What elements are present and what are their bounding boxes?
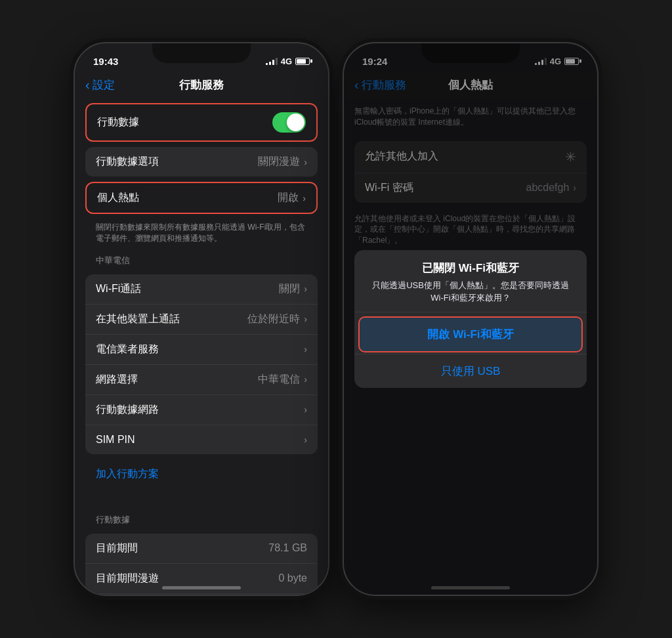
nav-bar-1: ‹ 設定 行動服務 [75,72,328,98]
mobile-data-section: 行動數據 [85,103,318,142]
mobile-data-desc: 關閉行動數據來限制所有數據服務只能透過 Wi-Fi取用，包含電子郵件、瀏覽網頁和… [75,219,328,249]
phone-2-screen: 19:24 4G ‹ 行動服務 個人熱點 [344,43,597,595]
network-selection-item[interactable]: 網路選擇 中華電信 › [85,365,318,395]
carrier-services-item[interactable]: 電信業者服務 › [85,335,318,365]
mobile-data-options-section: 行動數據選項 關閉漫遊 › [85,147,318,177]
toggle-knob [287,114,304,131]
facebook-item[interactable]: Facebook [85,594,318,595]
hotspot-chevron-icon: › [303,193,306,203]
time-1: 19:43 [93,56,118,67]
wifi-calling-chevron: › [304,284,307,294]
mobile-data-options-label: 行動數據選項 [96,155,159,169]
calls-other-chevron: › [304,314,307,324]
settings-content-1: 行動數據 行動數據選項 關閉漫遊 › [75,98,328,595]
add-plan-button[interactable]: 加入行動方案 [75,459,328,489]
use-usb-only-button[interactable]: 只使用 USB [354,354,587,388]
data-usage-section: 目前期間 78.1 GB 目前期間漫遊 0 byte Facebook [85,534,318,595]
back-chevron-1: ‹ [85,77,90,93]
dialog-overlay: 已關閉 Wi-Fi和藍牙 只能透過USB使用「個人熱點」。您是否要同時透過 Wi… [344,43,597,595]
hotspot-label: 個人熱點 [97,191,139,205]
carrier-services-chevron: › [304,344,307,354]
action-sheet: 已關閉 Wi-Fi和藍牙 只能透過USB使用「個人熱點」。您是否要同時透過 Wi… [354,250,587,387]
sim-pin-item[interactable]: SIM PIN › [85,425,318,454]
mobile-data-label: 行動數據 [97,116,139,129]
phone-2: 19:24 4G ‹ 行動服務 個人熱點 [343,42,598,596]
calls-on-other-devices-item[interactable]: 在其他裝置上通話 位於附近時 › [85,305,318,335]
dialog-message: 只能透過USB使用「個人熱點」。您是否要同時透過 Wi-Fi和藍牙來啟用？ [365,280,576,303]
carrier-label: 中華電信 [75,249,328,269]
open-wifi-bluetooth-button[interactable]: 開啟 Wi-Fi和藍牙 [360,318,581,351]
network-1: 4G [281,56,292,66]
phone-1-screen: 19:43 4G ‹ 設定 行動服務 [75,43,328,595]
phone-1: 19:43 4G ‹ 設定 行動服務 [74,42,329,596]
mobile-data-item[interactable]: 行動數據 [87,104,316,140]
data-section-label: 行動數據 [75,509,328,528]
mobile-data-network-chevron: › [304,404,307,415]
hotspot-section: 個人熱點 開啟 › [85,182,318,214]
current-period-item: 目前期間 78.1 GB [85,534,318,564]
dialog-title: 已關閉 Wi-Fi和藍牙 [365,261,576,276]
action-sheet-header: 已關閉 Wi-Fi和藍牙 只能透過USB使用「個人熱點」。您是否要同時透過 Wi… [354,250,587,312]
hotspot-value: 開啟 › [278,191,306,205]
signal-icon-1 [266,57,278,65]
wifi-calling-item[interactable]: Wi-Fi通話 關閉 › [85,274,318,305]
mobile-data-network-item[interactable]: 行動數據網路 › [85,395,318,425]
back-label-1: 設定 [93,77,115,93]
sim-pin-chevron: › [304,435,307,445]
mobile-data-options-item[interactable]: 行動數據選項 關閉漫遊 › [85,147,318,177]
status-right-1: 4G [266,56,310,66]
page-title-1: 行動服務 [179,77,224,93]
mobile-data-toggle[interactable] [272,112,306,133]
home-indicator-1 [162,586,241,589]
back-button-1[interactable]: ‹ 設定 [85,77,115,93]
battery-icon-1 [295,58,310,65]
network-selection-chevron: › [304,374,307,385]
mobile-data-options-value: 關閉漫遊 › [258,155,307,169]
carrier-options-section: Wi-Fi通話 關閉 › 在其他裝置上通話 位於附近時 › 電信業者服務 [85,274,318,454]
notch-1 [152,43,251,63]
hotspot-item[interactable]: 個人熱點 開啟 › [87,183,316,213]
chevron-icon: › [304,157,307,167]
